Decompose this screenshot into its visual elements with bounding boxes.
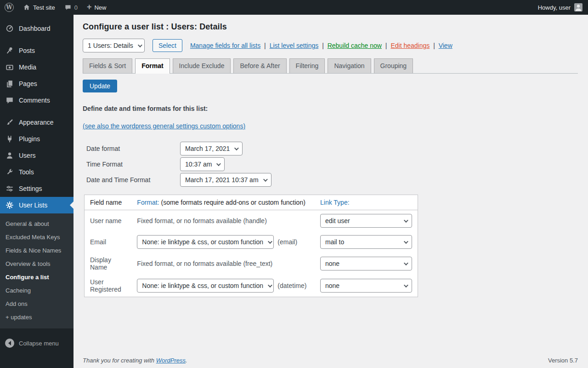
howdy-link[interactable]: Howdy, user bbox=[538, 4, 574, 11]
link-type-header-link[interactable]: Link Type: bbox=[320, 199, 350, 206]
user-registered-format-select[interactable]: None: ie linktype & css, or custom funct… bbox=[137, 279, 274, 293]
chevron-down-icon bbox=[263, 177, 268, 182]
tab-fields-sort[interactable]: Fields & Sort bbox=[83, 58, 132, 73]
quick-links: Manage fields for all lists | List level… bbox=[190, 42, 452, 49]
camera-icon bbox=[5, 63, 14, 72]
admin-comments-link[interactable]: 0 bbox=[60, 0, 82, 15]
comment-bubble-icon bbox=[64, 4, 72, 11]
wordpress-icon: W bbox=[5, 3, 14, 12]
field-format-table: Field name Format: (some formats require… bbox=[84, 195, 418, 297]
formats-heading: Define date and time formats for this li… bbox=[83, 105, 578, 112]
field-name-cell: User name bbox=[85, 210, 132, 232]
sliders-icon bbox=[5, 184, 14, 193]
tab-grouping[interactable]: Grouping bbox=[374, 58, 413, 73]
submenu-fields-nice-names[interactable]: Fields & Nice Names bbox=[0, 244, 74, 257]
date-and-time-format-select[interactable]: March 17, 2021 10:37 am bbox=[180, 173, 271, 187]
table-row-user-name: User name Fixed format, or no formats av… bbox=[85, 210, 418, 232]
speech-bubble-icon bbox=[5, 96, 14, 105]
email-format-select[interactable]: None: ie linktype & css, or custom funct… bbox=[137, 235, 274, 249]
chevron-down-icon bbox=[138, 43, 142, 47]
sidebar-item-label: Tools bbox=[19, 168, 34, 176]
sidebar-item-comments[interactable]: Comments bbox=[0, 92, 74, 109]
sidebar-item-posts[interactable]: Posts bbox=[0, 42, 74, 59]
user-registered-link-type-select[interactable]: none bbox=[320, 279, 412, 293]
chevron-down-icon bbox=[216, 161, 221, 166]
format-cell: Fixed format, or no formats available (f… bbox=[131, 253, 315, 275]
sidebar-item-settings[interactable]: Settings bbox=[0, 180, 74, 197]
sidebar-item-label: Dashboard bbox=[19, 25, 51, 32]
collapse-menu-button[interactable]: Collapse menu bbox=[0, 334, 74, 352]
select-button[interactable]: Select bbox=[153, 39, 182, 52]
time-format-select[interactable]: 10:37 am bbox=[180, 157, 225, 171]
comments-count: 0 bbox=[74, 4, 78, 11]
submenu-updates[interactable]: + updates bbox=[0, 310, 74, 324]
tab-include-exclude[interactable]: Include Exclude bbox=[173, 58, 231, 73]
tab-bar: Fields & Sort Format Include Exclude Bef… bbox=[83, 58, 578, 74]
link-rebuild-cache[interactable]: Rebuild cache now bbox=[328, 42, 382, 49]
sidebar-item-users[interactable]: Users bbox=[0, 147, 74, 164]
sidebar-item-label: Media bbox=[19, 63, 36, 71]
sidebar-item-label: User Lists bbox=[19, 201, 47, 209]
submenu-configure-a-list[interactable]: Configure a list bbox=[0, 270, 74, 284]
wordpress-link[interactable]: WordPress bbox=[156, 357, 186, 364]
link-view[interactable]: View bbox=[439, 42, 452, 49]
link-list-level-settings[interactable]: List level settings bbox=[270, 42, 319, 49]
sidebar-item-label: Pages bbox=[19, 80, 37, 87]
tab-navigation[interactable]: Navigation bbox=[328, 58, 371, 73]
site-name-label: Test site bbox=[33, 4, 55, 11]
date-and-time-format-label: Date and Time Format bbox=[86, 176, 180, 184]
email-link-type-select[interactable]: mail to bbox=[320, 235, 412, 249]
sidebar-item-user-lists[interactable]: User Lists bbox=[0, 197, 74, 213]
wordpress-logo-button[interactable]: W bbox=[0, 0, 18, 15]
collapse-arrow-icon bbox=[5, 339, 14, 348]
format-cell: Fixed format, or no formats available (h… bbox=[131, 210, 315, 232]
list-select-value: 1 Users: Details bbox=[88, 42, 133, 49]
sidebar-item-pages[interactable]: Pages bbox=[0, 75, 74, 92]
site-name-link[interactable]: Test site bbox=[18, 0, 60, 15]
submenu-cacheing[interactable]: Cacheing bbox=[0, 284, 74, 297]
sidebar-item-media[interactable]: Media bbox=[0, 59, 74, 75]
format-header-link[interactable]: Format: bbox=[137, 199, 159, 206]
submenu-overview-tools[interactable]: Overview & tools bbox=[0, 257, 74, 270]
pages-icon bbox=[5, 79, 14, 88]
user-lists-submenu: General & about Excluded Meta Keys Field… bbox=[0, 213, 74, 328]
col-header-field-name: Field name bbox=[85, 195, 132, 210]
date-format-select[interactable]: March 17, 2021 bbox=[180, 142, 243, 155]
home-icon bbox=[23, 4, 30, 11]
display-name-link-type-select[interactable]: none bbox=[320, 257, 412, 270]
tab-format[interactable]: Format bbox=[135, 58, 170, 74]
table-row-display-name: Display Name Fixed format, or no formats… bbox=[85, 253, 418, 275]
gear-icon bbox=[5, 201, 14, 210]
link-edit-headings[interactable]: Edit headings bbox=[390, 42, 430, 49]
user-name-link-type-select[interactable]: edit user bbox=[320, 214, 412, 228]
sidebar-item-tools[interactable]: Tools bbox=[0, 164, 74, 180]
page-title: Configure a user list : Users: Details bbox=[83, 22, 578, 32]
submenu-excluded-meta-keys[interactable]: Excluded Meta Keys bbox=[0, 230, 74, 244]
time-format-label: Time Format bbox=[86, 161, 180, 168]
format-cell: None: ie linktype & css, or custom funct… bbox=[131, 275, 315, 297]
date-format-label: Date format bbox=[86, 145, 180, 152]
sidebar-item-plugins[interactable]: Plugins bbox=[0, 131, 74, 147]
update-button[interactable]: Update bbox=[83, 80, 117, 92]
general-settings-link[interactable]: (see also the wordpress general settings… bbox=[83, 122, 245, 130]
admin-footer: Thank you for creating with WordPress. V… bbox=[83, 357, 578, 364]
table-row-email: Email None: ie linktype & css, or custom… bbox=[85, 231, 418, 253]
list-select[interactable]: 1 Users: Details bbox=[83, 39, 145, 52]
sidebar-item-label: Posts bbox=[19, 47, 35, 54]
new-content-link[interactable]: + New bbox=[82, 0, 111, 15]
admin-sidebar: Dashboard Posts Media Pages Comments App… bbox=[0, 15, 74, 368]
plug-icon bbox=[5, 134, 14, 144]
submenu-add-ons[interactable]: Add ons bbox=[0, 297, 74, 310]
wrench-icon bbox=[5, 167, 14, 177]
link-manage-fields[interactable]: Manage fields for all lists bbox=[190, 42, 260, 49]
sidebar-item-appearance[interactable]: Appearance bbox=[0, 114, 74, 131]
sidebar-item-dashboard[interactable]: Dashboard bbox=[0, 20, 74, 37]
chevron-down-icon bbox=[268, 283, 272, 288]
tab-before-after[interactable]: Before & After bbox=[233, 58, 286, 73]
sidebar-item-label: Comments bbox=[19, 97, 50, 104]
avatar[interactable] bbox=[574, 3, 582, 12]
submenu-general-about[interactable]: General & about bbox=[0, 217, 74, 230]
collapse-menu-label: Collapse menu bbox=[19, 340, 59, 347]
main-content: Configure a user list : Users: Details 1… bbox=[74, 15, 588, 368]
tab-filtering[interactable]: Filtering bbox=[289, 58, 325, 73]
